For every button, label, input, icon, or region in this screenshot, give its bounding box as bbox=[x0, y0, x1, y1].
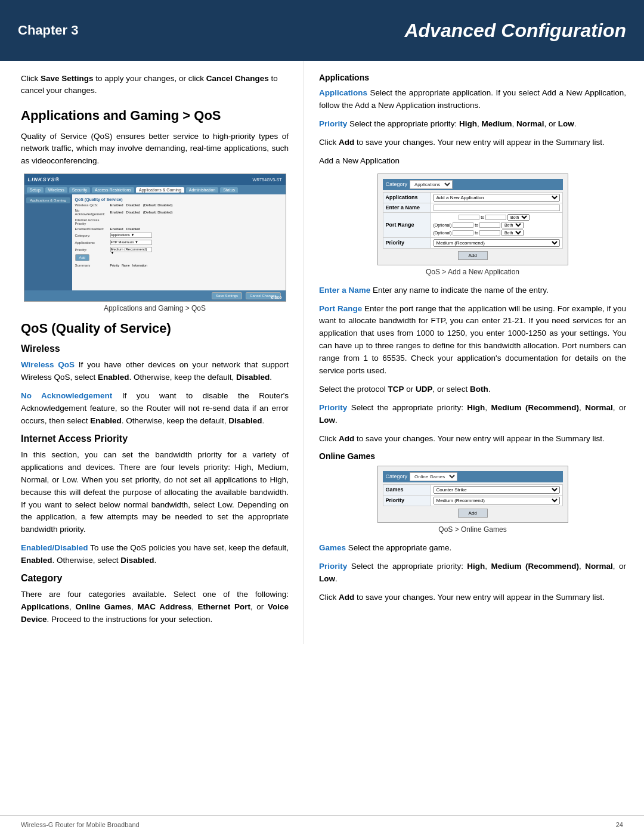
port-to2[interactable] bbox=[479, 222, 500, 228]
app-table: Applications Add a New Application Enter… bbox=[383, 192, 563, 249]
nav-setup: Setup bbox=[27, 187, 44, 193]
page-title: Advanced Configuration bbox=[152, 20, 644, 42]
nav-admin: Administration bbox=[186, 187, 218, 193]
screenshot-appgaming-qos: LINKSYS® WRT54GV3-ST Setup Wireless Secu… bbox=[24, 174, 286, 302]
screenshot-online-games: Category Online Games Games Counter Stri… bbox=[377, 466, 568, 523]
games-table: Games Counter Strike Priority Medium (Re… bbox=[383, 484, 563, 506]
qos-intro: Quality of Service (QoS) ensures better … bbox=[21, 131, 289, 168]
app-add-btn[interactable]: Add bbox=[458, 251, 488, 260]
priority-para3: Priority Select the appropriate priority… bbox=[319, 561, 626, 586]
add-para2: Click Add to save your changes. Your new… bbox=[319, 433, 626, 445]
port-to3[interactable] bbox=[479, 230, 500, 236]
wireless-qos-para: Wireless QoS If you have other devices o… bbox=[21, 359, 289, 384]
cisco-logo: cisco bbox=[271, 295, 282, 299]
add-para3: Click Add to save your changes. Your new… bbox=[319, 592, 626, 604]
applications-heading: Applications bbox=[319, 73, 626, 82]
screenshot1-caption: Applications and Gaming > QoS bbox=[21, 304, 289, 312]
port-to1[interactable] bbox=[485, 215, 506, 220]
main-content: Click Save Settings to apply your change… bbox=[0, 61, 644, 644]
ss-priority-select[interactable]: Medium (Recommend) ▼ bbox=[110, 247, 152, 252]
enabled-disabled-para: Enabled/Disabled To use the QoS policies… bbox=[21, 542, 289, 567]
category-subheading: Category bbox=[21, 573, 289, 584]
priority-para2: Priority Select the appropriate priority… bbox=[319, 402, 626, 427]
add-para1: Click Add to save your changes. Your new… bbox=[319, 137, 626, 149]
protocol-select1[interactable]: Both bbox=[507, 214, 530, 221]
linksys-logo: LINKSYS® bbox=[28, 176, 60, 182]
nav-security: Security bbox=[69, 187, 90, 193]
protocol-para: Select the protocol TCP or UDP, or selec… bbox=[319, 383, 626, 396]
ss-sidebar-appsgaming: Applications & Gaming bbox=[26, 197, 70, 203]
protocol-select3[interactable]: Both bbox=[501, 230, 524, 236]
protocol-select2[interactable]: Both bbox=[501, 222, 524, 228]
screenshot-add-new-app: Category Applications Applications Add a… bbox=[377, 174, 568, 265]
priority-select-app[interactable]: Medium (Recommend) bbox=[434, 239, 560, 247]
ss-add-btn[interactable]: Add bbox=[75, 254, 90, 261]
footer-page-number: 24 bbox=[616, 821, 623, 828]
chapter-number: Chapter 3 bbox=[18, 23, 78, 38]
nav-appsgaming[interactable]: Applications & Gaming bbox=[136, 187, 184, 193]
no-ack-para: No Acknowledgement If you want to disabl… bbox=[21, 390, 289, 428]
cat-select-games[interactable]: Online Games bbox=[410, 472, 457, 481]
ss-category-select[interactable]: Applications ▼ bbox=[110, 233, 152, 238]
screenshot-app-caption: QoS > Add a New Application bbox=[319, 268, 626, 276]
internet-access-para: In this section, you can set the bandwid… bbox=[21, 449, 289, 536]
cat-select-apps[interactable]: Applications bbox=[410, 180, 453, 189]
port-from3[interactable] bbox=[453, 230, 473, 236]
app-name-input[interactable] bbox=[434, 205, 560, 211]
games-select[interactable]: Counter Strike bbox=[434, 486, 560, 494]
qos-section-heading: QoS (Quality of Service) bbox=[21, 321, 289, 336]
ss-save-btn[interactable]: Save Settings bbox=[212, 292, 242, 299]
left-column: Click Save Settings to apply your change… bbox=[0, 61, 304, 644]
games-add-btn[interactable]: Add bbox=[458, 509, 488, 518]
section-heading-appgaming: Applications and Gaming > QoS bbox=[21, 108, 289, 123]
nav-wireless: Wireless bbox=[45, 187, 67, 193]
screenshot-games-caption: QoS > Online Games bbox=[319, 525, 626, 534]
wireless-subheading: Wireless bbox=[21, 343, 289, 354]
priority-select-games[interactable]: Medium (Recommend) bbox=[434, 497, 560, 504]
internet-access-subheading: Internet Access Priority bbox=[21, 433, 289, 444]
games-para: Games Select the appropriate game. bbox=[319, 542, 626, 555]
page-header: Chapter 3 Advanced Configuration bbox=[0, 0, 644, 61]
add-new-heading: Add a New Application bbox=[319, 155, 626, 168]
chapter-label: Chapter 3 bbox=[0, 0, 152, 61]
intro-paragraph: Click Save Settings to apply your change… bbox=[21, 73, 289, 97]
port-range-para: Port Range Enter the port range that the… bbox=[319, 303, 626, 378]
enter-name-para: Enter a Name Enter any name to indicate … bbox=[319, 284, 626, 297]
page-footer: Wireless-G Router for Mobile Broadband 2… bbox=[0, 815, 644, 833]
priority-para1: Priority Select the appropriate priority… bbox=[319, 118, 626, 131]
port-from2[interactable] bbox=[453, 222, 473, 228]
port-from1[interactable] bbox=[459, 215, 479, 220]
ss-qos-title: QoS (Quality of Service) bbox=[75, 197, 283, 202]
ss-apps-select[interactable]: FTP Maximum ▼ bbox=[110, 240, 152, 245]
nav-access: Access Restrictions bbox=[92, 187, 134, 193]
applications-para: Applications Select the appropriate appl… bbox=[319, 87, 626, 112]
right-column: Applications Applications Select the app… bbox=[304, 61, 644, 644]
footer-product-name: Wireless-G Router for Mobile Broadband bbox=[21, 821, 140, 828]
category-para: There are four categories available. Sel… bbox=[21, 589, 289, 626]
nav-status: Status bbox=[220, 187, 238, 193]
online-games-heading: Online Games bbox=[319, 451, 626, 461]
app-select[interactable]: Add a New Application bbox=[434, 194, 560, 202]
